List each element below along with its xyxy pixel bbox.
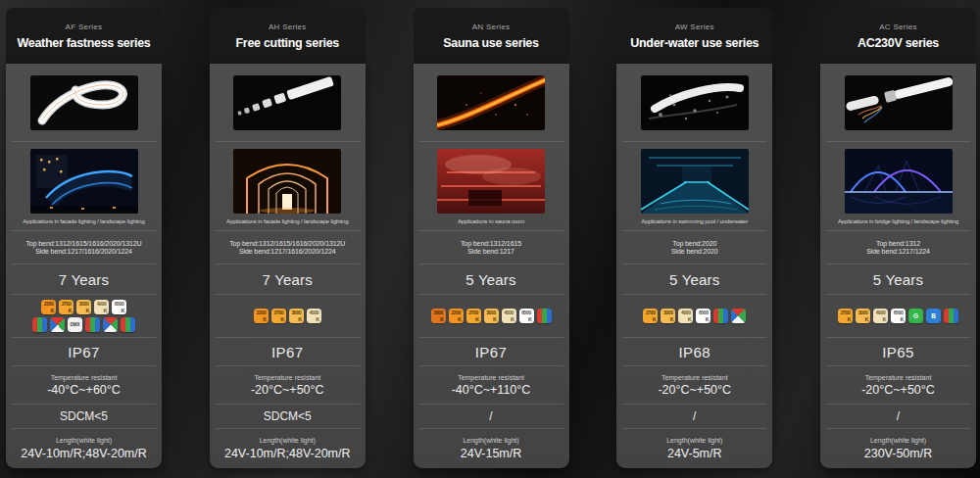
cct-2700k-icon: 2700K: [271, 309, 286, 323]
sdcm-section: /: [419, 405, 564, 429]
temperature-value: -20°C~+50°C: [658, 383, 731, 397]
warranty-section: 5 Years: [826, 264, 970, 295]
ip-rating: IP67: [68, 344, 99, 360]
application-photo-sauna: [437, 149, 545, 214]
series-card-aw[interactable]: AW Series Under-water use series: [616, 8, 772, 468]
series-title: Free cutting series: [236, 36, 339, 50]
sdcm-section: /: [826, 405, 970, 429]
series-card-ah[interactable]: AH Series Free cutting series: [210, 8, 366, 468]
side-bend: Side bend:1217/1616/2020/1224: [35, 248, 132, 255]
temperature-section: Temperature resistant -20°C~+50°C: [826, 366, 970, 405]
series-card-af[interactable]: AF Series Weather fastness series: [6, 8, 162, 468]
color-options: 2700K3000K4000K6500K: [622, 295, 766, 338]
series-code: AC Series: [879, 23, 917, 31]
badge-row: 2700K3000K4000K6500K: [643, 309, 746, 323]
sdcm-value: /: [897, 409, 900, 423]
top-bend: Top bend:1312/1615/1616/2020/1312U: [229, 240, 345, 247]
card-header: AH Series Free cutting series: [210, 8, 366, 64]
length-value: 230V-50m/R: [864, 447, 932, 460]
length-section: Length(white light) 24V-15m/R: [419, 429, 564, 468]
series-card-ac[interactable]: AC Series AC230V series: [820, 8, 976, 468]
side-bend: Side bend:1217: [467, 248, 514, 255]
warranty-section: 5 Years: [622, 264, 766, 295]
badge-row: 2200K2700K3000K4000K: [254, 309, 321, 323]
application-photo-section: Applications in bridge lighting / landsc…: [826, 142, 970, 231]
color-options: 2200K2700K3000K4000K6500KDMX: [12, 295, 156, 338]
side-bend: Side bend:1217/1224: [866, 248, 930, 255]
temperature-label: Temperature resistant: [458, 374, 524, 381]
series-code: AW Series: [675, 23, 714, 31]
series-title: Weather fastness series: [17, 36, 150, 50]
sdcm-value: /: [693, 409, 696, 423]
warranty-section: 7 Years: [216, 264, 360, 295]
cct-3000k-icon: 3000K: [856, 309, 870, 323]
series-code: AN Series: [472, 23, 511, 31]
length-label: Length(white light): [260, 437, 316, 444]
length-section: Length(white light) 24V-10m/R;48V-20m/R: [216, 429, 360, 468]
cct-4000k-icon: 4000K: [94, 300, 109, 314]
product-photo-cut-pieces: [233, 75, 341, 130]
cct-2200k-icon: 2200K: [254, 309, 269, 323]
series-cards: AF Series Weather fastness series: [0, 0, 980, 468]
sdcm-section: /: [622, 405, 766, 429]
color-options: 2700K3000K4000K6500KGB: [826, 295, 970, 338]
product-photo-section: [12, 64, 156, 142]
temperature-value: -20°C~+50°C: [861, 383, 935, 397]
bend-specs: Top bend:1312 Side bend:1217/1224: [826, 231, 970, 264]
cct-6500k-icon: 6500K: [891, 309, 906, 323]
rgbw-icon: [103, 317, 118, 332]
top-bend: Top bend:2020: [672, 240, 716, 247]
sdcm-section: SDCM<5: [216, 405, 360, 429]
cct-3000k-icon: 3000K: [484, 309, 499, 323]
cct-4000k-icon: 4000K: [678, 309, 693, 323]
dmx-icon: DMX: [68, 317, 82, 332]
cct-6500k-icon: 6500K: [112, 300, 126, 314]
cct-6500k-icon: 6500K: [696, 309, 710, 323]
temperature-section: Temperature resistant -40°C~+110°C: [419, 366, 564, 405]
warranty-section: 5 Years: [419, 264, 564, 295]
product-photo-glowing-strip: [437, 75, 545, 130]
cct-4000k-icon: 4000K: [873, 309, 888, 323]
card-body: Applications in facade lighting / landsc…: [210, 64, 366, 468]
temperature-label: Temperature resistant: [865, 374, 932, 381]
series-title: Sauna use series: [443, 36, 538, 50]
bend-specs: Top bend:2020 Side bend:2020: [622, 231, 766, 264]
bend-specs: Top bend:1312/1615/1616/2020/1312U Side …: [216, 231, 360, 264]
side-bend: Side bend:2020: [671, 248, 718, 255]
rgbw-icon: [50, 317, 65, 332]
ip-section: IP67: [216, 338, 360, 366]
application-caption: Applications in facade lighting / landsc…: [23, 218, 144, 224]
ip-rating: IP68: [679, 344, 710, 360]
ip-section: IP67: [12, 338, 156, 366]
series-code: AH Series: [269, 23, 307, 31]
temperature-section: Temperature resistant -20°C~+50°C: [622, 366, 766, 405]
ip-section: IP65: [826, 338, 970, 366]
application-photo-archway: [233, 149, 341, 214]
cct-2200k-icon: 2200K: [449, 309, 464, 323]
cct-2700k-icon: 2700K: [643, 309, 658, 323]
top-bend: Top bend:1312/1615: [461, 240, 521, 247]
series-code: AF Series: [66, 23, 103, 31]
application-photo-section: Applications in facade lighting / landsc…: [216, 142, 360, 231]
warranty-value: 5 Years: [873, 271, 923, 288]
series-card-an[interactable]: AN Series Sauna use series: [414, 8, 569, 468]
ip-rating: IP67: [271, 344, 303, 360]
color-g-icon: G: [908, 309, 923, 323]
ip-rating: IP67: [475, 344, 507, 360]
temperature-value: -40°C~+60°C: [47, 383, 121, 397]
temperature-label: Temperature resistant: [51, 374, 118, 381]
ip-section: IP68: [622, 338, 766, 366]
application-photo-section: Applications in swimming pool / underwat…: [622, 142, 766, 231]
badge-row: DMX: [32, 317, 135, 332]
length-label: Length(white light): [56, 437, 112, 444]
product-photo-water-splash: [641, 75, 749, 130]
rgbw-icon: [731, 309, 746, 323]
cct-4000k-icon: 4000K: [502, 309, 516, 323]
card-header: AN Series Sauna use series: [414, 8, 569, 64]
rgb-icon: [85, 317, 100, 332]
cct-3000k-icon: 3000K: [76, 300, 91, 314]
warranty-value: 7 Years: [59, 271, 109, 288]
length-value: 24V-5m/R: [667, 447, 722, 460]
series-title: AC230V series: [858, 36, 939, 50]
cct-2700k-icon: 2700K: [59, 300, 74, 314]
